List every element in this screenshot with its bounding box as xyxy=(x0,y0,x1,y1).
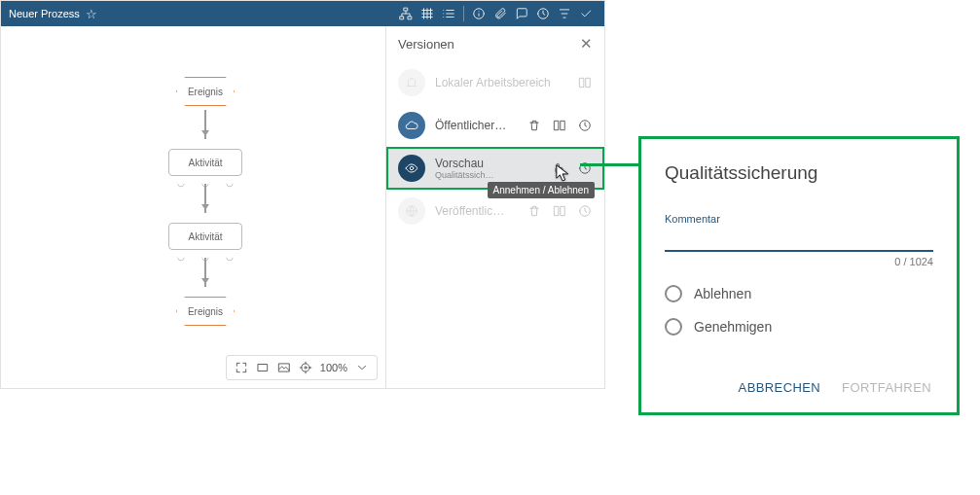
comment-label: Kommentar xyxy=(665,213,933,225)
svg-point-12 xyxy=(410,166,414,170)
delete-icon[interactable] xyxy=(526,203,542,219)
topbar: Neuer Prozess ☆ xyxy=(1,1,604,26)
radio-label: Genehmigen xyxy=(694,319,772,335)
compare-icon[interactable] xyxy=(552,203,567,219)
callout-connector xyxy=(580,163,640,166)
diagram-activity-node[interactable]: Aktivität xyxy=(168,223,242,250)
svg-rect-8 xyxy=(580,78,584,87)
diagram-arrow xyxy=(204,258,206,287)
diagram-activity-node[interactable]: Aktivität xyxy=(168,149,242,176)
diagram-arrow xyxy=(204,184,206,213)
filter-icon[interactable] xyxy=(554,3,575,24)
globe-icon xyxy=(398,197,425,225)
history-icon[interactable] xyxy=(577,203,593,219)
svg-rect-14 xyxy=(555,206,559,215)
check-icon[interactable] xyxy=(575,3,597,24)
version-title: Veröffentlic… xyxy=(435,204,517,218)
comment-input[interactable] xyxy=(665,229,933,252)
node-label: Aktivität xyxy=(188,231,222,242)
svg-rect-15 xyxy=(561,206,564,215)
delete-icon[interactable] xyxy=(526,118,542,133)
versions-title: Versionen xyxy=(398,37,454,52)
target-icon[interactable] xyxy=(299,361,312,374)
node-label: Ereignis xyxy=(188,87,223,97)
version-row-local[interactable]: Lokaler Arbeitsbereich xyxy=(386,61,604,104)
version-title: Vorschau xyxy=(435,157,542,170)
char-count: 0 / 1024 xyxy=(665,256,933,267)
fullscreen-icon[interactable] xyxy=(235,361,248,374)
version-row-public[interactable]: Öffentlicher… xyxy=(386,104,604,147)
close-icon[interactable]: ✕ xyxy=(580,35,593,53)
version-title: Öffentlicher… xyxy=(435,119,517,132)
app-window: Neuer Prozess ☆ E xyxy=(0,0,605,389)
compare-icon[interactable] xyxy=(577,75,593,90)
cancel-button[interactable]: ABBRECHEN xyxy=(737,376,823,399)
svg-rect-11 xyxy=(561,121,564,129)
compare-icon[interactable] xyxy=(552,118,567,133)
zoom-value: 100% xyxy=(320,362,347,373)
svg-rect-4 xyxy=(258,365,267,371)
version-subtitle: Qualitätssich… xyxy=(435,170,542,180)
svg-point-6 xyxy=(302,364,309,371)
eye-icon xyxy=(398,155,425,182)
diagram-canvas[interactable]: Ereignis Aktivität ◡◡◡ Aktivität ◡◡◡ Ere… xyxy=(1,26,385,388)
history-icon[interactable] xyxy=(577,118,593,133)
node-label: Aktivität xyxy=(188,158,222,168)
dialog-actions: ABBRECHEN FORTFAHREN xyxy=(665,376,933,399)
radio-icon xyxy=(665,285,682,302)
version-row-preview[interactable]: Vorschau Qualitätssich… Annehmen / Ableh… xyxy=(386,147,604,190)
svg-rect-10 xyxy=(555,121,559,129)
svg-rect-9 xyxy=(586,78,590,87)
list-icon[interactable] xyxy=(438,3,459,24)
versions-header: Versionen ✕ xyxy=(386,26,604,61)
tooltip: Annehmen / Ablehnen xyxy=(488,182,595,198)
hierarchy-icon[interactable] xyxy=(395,3,417,24)
page-title: Neuer Prozess xyxy=(9,8,80,19)
approve-reject-icon[interactable] xyxy=(552,160,567,176)
continue-button[interactable]: FORTFAHREN xyxy=(840,376,933,399)
chat-icon[interactable] xyxy=(511,3,532,24)
zoom-toolbar: 100% xyxy=(226,355,378,380)
attachment-icon[interactable] xyxy=(490,3,511,24)
radio-option-approve[interactable]: Genehmigen xyxy=(665,318,933,336)
favorite-star-icon[interactable]: ☆ xyxy=(86,7,97,21)
dialog-title: Qualitätssicherung xyxy=(665,162,933,184)
diagram-event-node[interactable]: Ereignis xyxy=(176,77,235,106)
cloud-icon xyxy=(398,112,425,139)
fit-icon[interactable] xyxy=(256,361,270,374)
history-icon[interactable] xyxy=(532,3,554,24)
workspace-icon xyxy=(398,69,425,96)
info-icon[interactable] xyxy=(468,3,490,24)
diagram-arrow xyxy=(204,110,206,139)
versions-panel: Versionen ✕ Lokaler Arbeitsbereich Öffen… xyxy=(385,26,604,388)
radio-option-reject[interactable]: Ablehnen xyxy=(665,285,933,302)
version-title: Lokaler Arbeitsbereich xyxy=(435,76,567,89)
svg-point-7 xyxy=(305,367,307,369)
qa-dialog: Qualitätssicherung Kommentar 0 / 1024 Ab… xyxy=(638,136,960,415)
radio-label: Ablehnen xyxy=(694,286,751,301)
radio-icon xyxy=(665,318,682,336)
grid-icon[interactable] xyxy=(417,3,438,24)
image-icon[interactable] xyxy=(277,361,291,374)
diagram-event-node[interactable]: Ereignis xyxy=(176,297,235,326)
chevron-down-icon[interactable] xyxy=(355,361,369,374)
node-label: Ereignis xyxy=(188,306,223,317)
